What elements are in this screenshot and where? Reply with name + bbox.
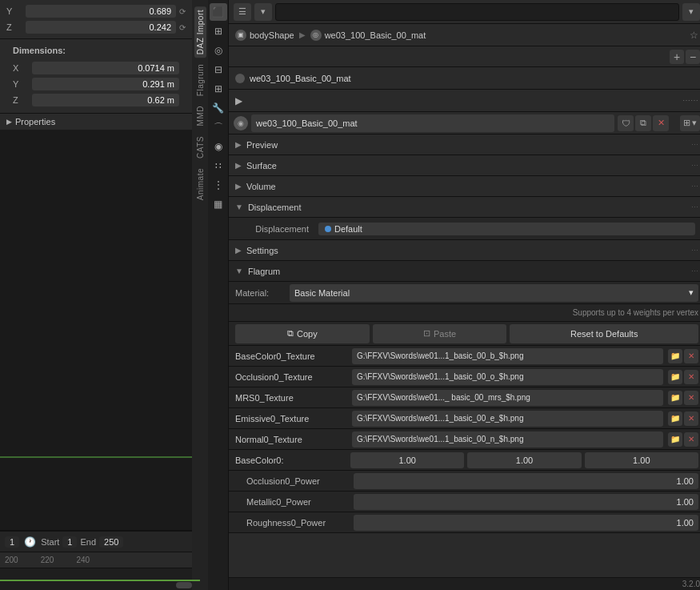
- filter-btn[interactable]: ⊞ ▾: [680, 115, 700, 131]
- start-value[interactable]: 1: [62, 536, 77, 548]
- section-volume[interactable]: ▶ Volume ⋯: [229, 176, 700, 197]
- mat-close-btn[interactable]: ✕: [653, 115, 669, 131]
- icon-armature[interactable]: ⊟: [210, 61, 227, 78]
- normal-clear-btn[interactable]: ✕: [684, 432, 698, 447]
- properties-arrow-icon: ▶: [6, 118, 12, 126]
- tab-cats[interactable]: CATS: [194, 133, 206, 162]
- icon-wrench[interactable]: 🔧: [210, 99, 227, 117]
- dim-x-label: X: [13, 63, 29, 73]
- flagrum-label: Flagrum: [248, 267, 280, 276]
- copy-button[interactable]: ⧉ Copy: [235, 324, 370, 343]
- dim-y-value[interactable]: 0.291 m: [32, 78, 179, 90]
- material-type-label: Material:: [235, 288, 283, 298]
- properties-content[interactable]: ▶ Preview ⋯ ▶ Surface ⋯ ▶ Volume ⋯ ▼ Dis…: [229, 134, 700, 577]
- normal-browse-btn[interactable]: 📁: [668, 432, 682, 447]
- icon-particles[interactable]: ∷: [210, 157, 227, 175]
- icon-constraints[interactable]: ⋮: [210, 176, 227, 194]
- icon-transform[interactable]: ⊞: [210, 22, 227, 40]
- tab-flagrum[interactable]: Flagrum: [194, 61, 206, 99]
- occlusion-power-value[interactable]: 1.00: [354, 473, 698, 489]
- header-menu-btn[interactable]: ☰: [234, 3, 251, 21]
- displacement-label: Displacement: [248, 203, 302, 212]
- tick-240: 240: [76, 556, 90, 564]
- mat-shield-btn[interactable]: 🛡: [618, 115, 634, 131]
- base-color-r[interactable]: 1.00: [350, 452, 464, 468]
- section-preview[interactable]: ▶ Preview ⋯: [229, 134, 700, 155]
- section-surface[interactable]: ▶ Surface ⋯: [229, 155, 700, 176]
- dim-z-value[interactable]: 0.62 m: [32, 94, 179, 106]
- mrs-path[interactable]: G:\FFXV\Swords\we01..._ basic_00_mrs_$h.…: [352, 390, 663, 406]
- reset-button[interactable]: Reset to Defaults: [510, 324, 698, 343]
- icon-shape[interactable]: ◎: [210, 42, 227, 59]
- transform-y-value[interactable]: 0.689: [26, 5, 176, 18]
- base-color-b[interactable]: 1.00: [585, 452, 698, 468]
- emissive-browse-btn[interactable]: 📁: [668, 411, 682, 426]
- preview-arrow-icon: ▶: [235, 140, 242, 149]
- action-buttons-row: ⧉ Copy ⊡ Paste Reset to Defaults: [229, 322, 700, 346]
- icon-object-data[interactable]: ▦: [210, 195, 227, 213]
- paste-button[interactable]: ⊡ Paste: [373, 324, 507, 343]
- base-color-clear-btn[interactable]: ✕: [684, 349, 698, 363]
- occlusion-browse-btn[interactable]: 📁: [668, 370, 682, 384]
- start-label: Start: [41, 537, 59, 547]
- emissive-clear-btn[interactable]: ✕: [684, 411, 698, 426]
- add-prop-btn[interactable]: +: [670, 50, 684, 64]
- surface-label: Surface: [246, 161, 277, 171]
- timeline-controls: 1 🕐 Start 1 End 250: [0, 532, 192, 552]
- vertical-nav: DAZ Import Flagrum MMD CATS Animate ⬛ ⊞ …: [192, 0, 229, 590]
- tab-animate[interactable]: Animate: [194, 165, 206, 203]
- end-label: End: [80, 537, 96, 547]
- transform-z-value[interactable]: 0.242: [26, 21, 176, 34]
- base-color-path[interactable]: G:\FFXV\Swords\we01...1_basic_00_b_$h.pn…: [352, 348, 663, 364]
- base-color-g[interactable]: 1.00: [467, 452, 581, 468]
- breadcrumb-material[interactable]: ◎ we03_100_Basic_00_mat: [310, 30, 426, 41]
- occlusion-clear-btn[interactable]: ✕: [684, 370, 698, 384]
- timeline-scroll-thumb[interactable]: [176, 582, 192, 588]
- toolbar-row: ▶ ⋯⋯: [229, 90, 700, 112]
- icon-sphere[interactable]: ◉: [210, 138, 227, 155]
- breadcrumb-separator: ▶: [299, 30, 306, 39]
- normal-path[interactable]: G:\FFXV\Swords\we01...1_basic_00_n_$h.pn…: [352, 431, 663, 448]
- material-type-dropdown[interactable]: Basic Material ▾: [290, 284, 698, 302]
- mrs-browse-btn[interactable]: 📁: [668, 391, 682, 405]
- breadcrumb-right: ☆: [690, 30, 698, 41]
- mrs-clear-btn[interactable]: ✕: [684, 391, 698, 405]
- mat-name-row: ◉ 🛡 ⧉ ✕ ⊞ ▾: [229, 112, 700, 134]
- icon-links[interactable]: ⊞: [210, 80, 227, 98]
- emissive-path[interactable]: G:\FFXV\Swords\we01...1_basic_00_e_$h.pn…: [352, 411, 663, 427]
- current-frame[interactable]: 1: [5, 536, 19, 548]
- texture-row-normal: Normal0_Texture G:\FFXV\Swords\we01...1_…: [229, 429, 700, 450]
- breadcrumb-scene[interactable]: ▣ bodyShape: [235, 30, 294, 41]
- displacement-arrow-icon: ▼: [235, 203, 243, 211]
- settings-arrow-icon: ▶: [235, 246, 242, 255]
- material-type-row: Material: Basic Material ▾: [229, 282, 700, 304]
- search-input[interactable]: [275, 3, 679, 21]
- end-value[interactable]: 250: [99, 536, 123, 548]
- properties-section[interactable]: ▶ Properties: [0, 114, 192, 130]
- surface-dots: ⋯: [691, 162, 698, 170]
- tab-mmd[interactable]: MMD: [194, 102, 206, 129]
- icon-curve[interactable]: ⌒: [210, 118, 227, 136]
- displacement-value-field[interactable]: Default: [318, 223, 695, 235]
- tab-daz-import[interactable]: DAZ Import: [194, 6, 206, 58]
- roughness-power-value[interactable]: 1.00: [354, 515, 698, 531]
- play-icon[interactable]: ▶: [235, 95, 242, 106]
- occlusion-path[interactable]: G:\FFXV\Swords\we01...1_basic_00_o_$h.pn…: [352, 369, 663, 385]
- section-flagrum[interactable]: ▼ Flagrum ⋯: [229, 261, 700, 282]
- header-settings-icon[interactable]: ▾: [682, 3, 700, 21]
- metallic-power-value[interactable]: 1.00: [354, 494, 698, 510]
- section-displacement[interactable]: ▼ Displacement ⋯: [229, 197, 700, 218]
- header-dropdown-btn[interactable]: ▾: [254, 3, 272, 21]
- dropdown-arrow-icon: ▾: [689, 287, 694, 298]
- star-icon[interactable]: ☆: [690, 30, 698, 41]
- timeline-track[interactable]: [0, 568, 192, 590]
- remove-prop-btn[interactable]: −: [686, 50, 700, 64]
- mat-name-input[interactable]: [251, 114, 614, 132]
- section-settings[interactable]: ▶ Settings ⋯: [229, 240, 700, 261]
- transform-z-row: Z 0.242 ⟳: [0, 19, 192, 35]
- supports-text: Supports up to 4 weights per vertex: [573, 308, 698, 317]
- dim-x-value[interactable]: 0.0714 m: [32, 62, 179, 74]
- icon-object-props[interactable]: ⬛: [210, 3, 227, 21]
- base-color-browse-btn[interactable]: 📁: [668, 349, 682, 363]
- mat-copy-btn[interactable]: ⧉: [635, 115, 651, 131]
